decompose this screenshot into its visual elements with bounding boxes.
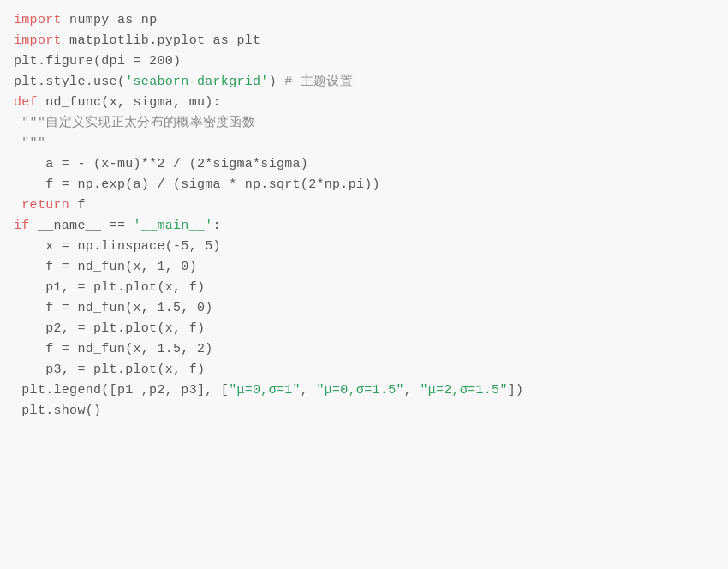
code-line: if __name__ == '__main__':	[14, 216, 714, 237]
code-block: import numpy as npimport matplotlib.pypl…	[14, 10, 714, 422]
code-line: x = np.linspace(-5, 5)	[14, 237, 714, 257]
code-token: f = nd_fun(x, 1.5, 0)	[14, 301, 213, 315]
code-token: __name__ ==	[30, 219, 134, 233]
code-token: "μ=2,σ=1.5"	[420, 383, 507, 398]
code-editor: import numpy as npimport matplotlib.pypl…	[0, 0, 728, 569]
code-token: f = np.exp(a) / (sigma * np.sqrt(2*np.pi…	[14, 177, 380, 192]
code-line: p2, = plt.plot(x, f)	[14, 319, 714, 339]
code-token: 'seaborn-darkgrid'	[125, 75, 268, 89]
code-line: plt.style.use('seaborn-darkgrid') # 主题设置	[14, 72, 714, 93]
code-line: plt.legend([p1 ,p2, p3], ["μ=0,σ=1", "μ=…	[14, 380, 714, 401]
code-line: p3, = plt.plot(x, f)	[14, 360, 714, 380]
code-token: a = - (x-mu)**2 / (2*sigma*sigma)	[14, 157, 308, 171]
code-line: f = nd_fun(x, 1.5, 2)	[14, 339, 714, 360]
code-line: import matplotlib.pyplot as plt	[14, 31, 714, 51]
code-token: plt.figure(dpi = 200)	[14, 54, 181, 69]
code-token: '__main__'	[134, 219, 213, 233]
code-token: f = nd_fun(x, 1.5, 2)	[14, 342, 213, 356]
code-token: "μ=0,σ=1"	[229, 383, 301, 398]
code-token: )	[269, 75, 285, 89]
code-token: def	[14, 95, 38, 110]
code-token: numpy	[62, 13, 117, 27]
code-line: f = nd_fun(x, 1, 0)	[14, 257, 714, 278]
code-token: import	[14, 33, 62, 48]
code-line: p1, = plt.plot(x, f)	[14, 278, 714, 298]
code-token: """自定义实现正太分布的概率密度函数	[14, 116, 255, 130]
code-token: return	[21, 198, 69, 213]
code-token: ,	[301, 383, 317, 398]
code-line: f = nd_fun(x, 1.5, 0)	[14, 298, 714, 319]
code-token: p3, = plt.plot(x, f)	[14, 362, 205, 377]
code-token: if	[14, 219, 30, 233]
code-token: ])	[508, 383, 524, 398]
code-token: np	[134, 13, 158, 27]
code-line: return f	[14, 195, 714, 216]
code-token: (x, sigma, mu):	[101, 95, 221, 110]
code-token: as	[117, 13, 134, 27]
code-line: plt.figure(dpi = 200)	[14, 51, 714, 72]
code-token: """	[14, 136, 45, 151]
code-token: matplotlib.pyplot	[62, 33, 213, 48]
code-line: f = np.exp(a) / (sigma * np.sqrt(2*np.pi…	[14, 175, 714, 195]
code-token: f = nd_fun(x, 1, 0)	[14, 260, 197, 274]
code-token: as	[213, 33, 230, 48]
code-token: # 主题设置	[284, 75, 353, 89]
code-token: plt.legend([p1 ,p2, p3], [	[14, 383, 229, 398]
code-line: import numpy as np	[14, 10, 714, 31]
code-line: plt.show()	[14, 401, 714, 422]
code-token: "μ=0,σ=1.5"	[316, 383, 403, 398]
code-line: """	[14, 134, 714, 154]
code-token: f	[69, 198, 86, 213]
code-token: plt	[229, 33, 260, 48]
code-line: def nd_func(x, sigma, mu):	[14, 93, 714, 113]
code-token: plt.show()	[14, 404, 101, 418]
code-token: import	[14, 13, 62, 27]
code-token: nd_func	[38, 95, 101, 110]
code-token: p1, = plt.plot(x, f)	[14, 280, 205, 295]
code-token	[14, 198, 21, 213]
code-token: p2, = plt.plot(x, f)	[14, 321, 205, 336]
code-token: plt.style.use(	[14, 75, 125, 89]
code-token: x = np.linspace(-5, 5)	[14, 239, 221, 254]
code-line: """自定义实现正太分布的概率密度函数	[14, 113, 714, 134]
code-token: :	[213, 219, 221, 233]
code-line: a = - (x-mu)**2 / (2*sigma*sigma)	[14, 154, 714, 175]
code-token: ,	[404, 383, 421, 398]
